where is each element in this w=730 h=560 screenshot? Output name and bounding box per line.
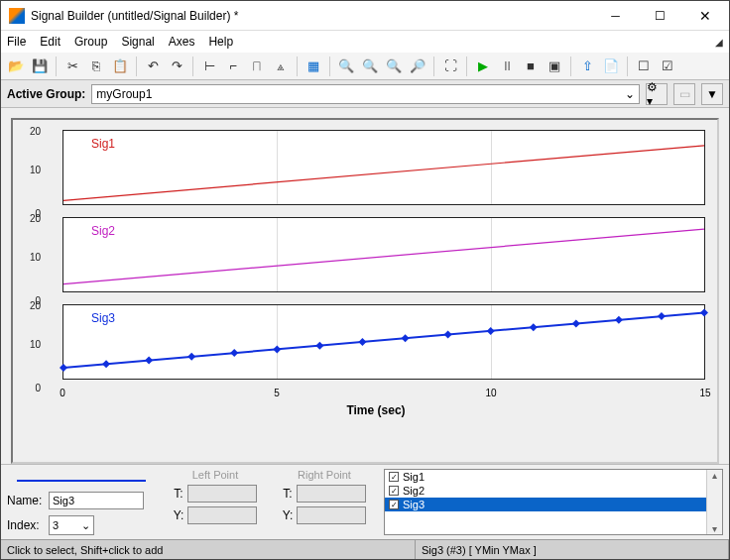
menu-axes[interactable]: Axes: [169, 35, 195, 49]
menu-file[interactable]: File: [7, 35, 26, 49]
svg-marker-4: [145, 357, 153, 365]
stop-icon[interactable]: ■: [520, 56, 542, 77]
chevron-down-icon: ⌄: [625, 87, 635, 101]
minimize-button[interactable]: ─: [593, 2, 638, 30]
sig3-markers[interactable]: [63, 305, 704, 379]
svg-marker-3: [102, 360, 110, 368]
window-title: Signal Builder (untitled/Signal Builder)…: [31, 9, 593, 23]
save-icon[interactable]: 💾: [29, 56, 51, 77]
group-hide-button[interactable]: ▭: [673, 83, 695, 105]
pause-icon[interactable]: ⏸: [496, 56, 518, 77]
goto-model-icon[interactable]: ⇧: [576, 56, 598, 77]
svg-marker-6: [230, 349, 238, 357]
right-point-column: Right Point T: Y:: [275, 469, 374, 535]
right-t-input: [297, 485, 366, 503]
svg-marker-14: [572, 320, 580, 328]
paste-icon[interactable]: 📋: [109, 56, 131, 77]
active-group-bar: Active Group: myGroup1 ⌄ ⚙ ▾ ▭ ▼: [1, 80, 729, 108]
left-point-column: Left Point T: Y:: [166, 469, 265, 535]
svg-marker-13: [530, 323, 538, 331]
checkbox-icon[interactable]: ✓: [389, 472, 399, 482]
axes-sig3[interactable]: 0 10 20 Sig3: [43, 300, 709, 388]
xtick: 15: [699, 388, 710, 398]
zoom-in-x-icon[interactable]: 🔍: [335, 56, 357, 77]
signal-list-item-sig2[interactable]: ✓ Sig2: [385, 484, 722, 498]
status-hint: Click to select, Shift+click to add: [1, 540, 416, 559]
menu-signal[interactable]: Signal: [121, 35, 154, 49]
plot-frame: 0 10 20 Sig1 0 10 20 Sig2: [11, 118, 719, 464]
zoom-in-y-icon[interactable]: 🔍: [359, 56, 381, 77]
right-y-input: [297, 506, 366, 524]
scroll-up-icon[interactable]: ▴: [712, 470, 717, 481]
signal-list-item-sig3[interactable]: ✓ Sig3: [385, 498, 722, 511]
close-button[interactable]: ✕: [682, 2, 727, 30]
left-y-input: [187, 506, 257, 524]
open-icon[interactable]: 📂: [5, 56, 27, 77]
svg-marker-10: [402, 334, 410, 342]
menu-edit[interactable]: Edit: [40, 35, 61, 49]
constant-signal-icon[interactable]: ⊢: [198, 56, 220, 77]
sig1-line[interactable]: [63, 131, 704, 204]
svg-marker-9: [358, 338, 366, 346]
dock-corner-icon[interactable]: ◢: [715, 37, 723, 48]
name-input[interactable]: [49, 492, 144, 509]
group-expand-button[interactable]: ▼: [701, 83, 723, 105]
group-settings-button[interactable]: ⚙ ▾: [646, 83, 668, 105]
statusbar: Click to select, Shift+click to add Sig3…: [1, 539, 729, 559]
chevron-down-icon: ⌄: [81, 519, 90, 532]
redo-icon[interactable]: ↷: [166, 56, 187, 77]
grid-icon[interactable]: ▦: [303, 56, 324, 77]
editor-panel: Name: Index: 3 ⌄ Left Point T: Y: Right …: [1, 464, 729, 539]
run-all-icon[interactable]: ▣: [544, 56, 565, 77]
index-value: 3: [53, 519, 59, 531]
signal-list-label: Sig1: [403, 471, 425, 483]
svg-marker-15: [615, 316, 623, 324]
pulse-signal-icon[interactable]: ⨅: [246, 56, 268, 77]
menu-group[interactable]: Group: [74, 35, 107, 49]
ytick: 10: [23, 339, 41, 350]
sig2-line[interactable]: [63, 218, 704, 291]
menu-help[interactable]: Help: [208, 35, 233, 49]
svg-marker-11: [444, 331, 452, 339]
xtick: 5: [274, 388, 280, 398]
signal-list[interactable]: ✓ Sig1 ✓ Sig2 ✓ Sig3 ▴ ▾: [384, 469, 723, 535]
toolbar: 📂 💾 ✂ ⎘ 📋 ↶ ↷ ⊢ ⌐ ⨅ ⟁ ▦ 🔍 🔍 🔍 🔎 ⛶ ▶ ⏸ ■ …: [1, 53, 729, 80]
triangle-signal-icon[interactable]: ⟁: [270, 56, 292, 77]
verification-manager-icon[interactable]: ☐: [633, 56, 655, 77]
axes-sig1[interactable]: 0 10 20 Sig1: [43, 126, 709, 213]
scroll-down-icon[interactable]: ▾: [712, 523, 717, 534]
svg-marker-17: [700, 308, 708, 316]
checkbox-icon[interactable]: ✓: [389, 486, 399, 496]
cut-icon[interactable]: ✂: [61, 56, 83, 77]
x-axis-title: Time (sec): [43, 403, 709, 417]
signal-list-item-sig1[interactable]: ✓ Sig1: [385, 470, 722, 484]
zoom-out-icon[interactable]: 🔎: [407, 56, 428, 77]
signal-list-scrollbar[interactable]: ▴ ▾: [706, 470, 722, 534]
active-group-select[interactable]: myGroup1 ⌄: [91, 84, 640, 104]
ytick: 10: [23, 165, 41, 175]
signal-list-label: Sig2: [403, 485, 425, 497]
ytick: 0: [23, 383, 41, 393]
checkbox-icon[interactable]: ✓: [389, 500, 399, 509]
play-icon[interactable]: ▶: [472, 56, 494, 77]
svg-marker-8: [315, 342, 323, 350]
status-info: Sig3 (#3) [ YMin YMax ]: [416, 540, 729, 559]
index-select[interactable]: 3 ⌄: [49, 515, 94, 535]
fit-all-icon[interactable]: ⛶: [439, 56, 461, 77]
requirements-icon[interactable]: ☑: [657, 56, 678, 77]
undo-icon[interactable]: ↶: [142, 56, 164, 77]
signal-preview-line: [17, 473, 146, 482]
plot-region: 0 10 20 Sig1 0 10 20 Sig2: [1, 108, 729, 464]
step-signal-icon[interactable]: ⌐: [222, 56, 244, 77]
menubar: File Edit Group Signal Axes Help ◢: [1, 31, 729, 53]
xtick: 0: [60, 388, 65, 398]
zoom-in-xy-icon[interactable]: 🔍: [383, 56, 405, 77]
export-to-ws-icon[interactable]: 📄: [600, 56, 622, 77]
active-group-label: Active Group:: [7, 87, 85, 101]
app-icon: [9, 8, 25, 24]
maximize-button[interactable]: ☐: [638, 2, 682, 30]
axes-sig2[interactable]: 0 10 20 Sig2: [43, 213, 709, 300]
left-t-input: [187, 485, 257, 503]
copy-icon[interactable]: ⎘: [85, 56, 107, 77]
index-label: Index:: [7, 518, 45, 532]
